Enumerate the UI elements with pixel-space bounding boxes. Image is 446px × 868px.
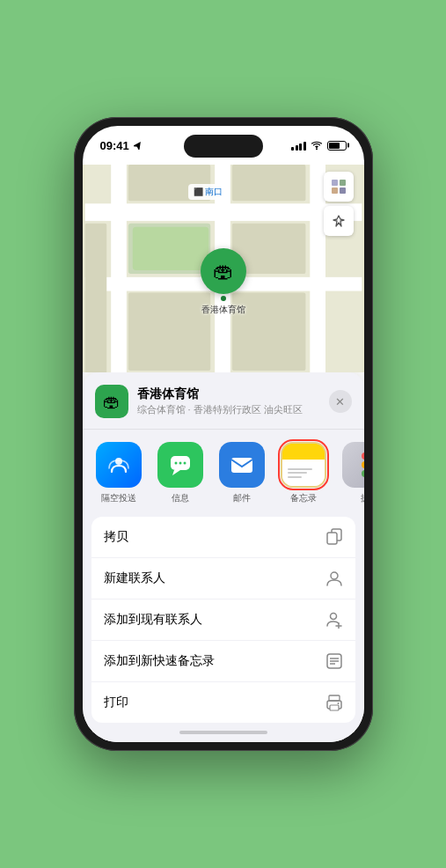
home-bar xyxy=(179,731,267,734)
action-list: 拷贝 新建联系人 添加到现有联系人 xyxy=(91,517,355,723)
svg-rect-19 xyxy=(340,188,346,194)
pin-dot xyxy=(221,296,226,301)
print-icon xyxy=(325,694,343,711)
wifi-icon xyxy=(311,141,323,151)
mail-icon xyxy=(230,453,254,476)
person-icon xyxy=(325,570,343,587)
venue-info-row: 🏟 香港体育馆 综合体育馆 · 香港特别行政区 油尖旺区 ✕ xyxy=(83,385,364,430)
svg-rect-5 xyxy=(111,165,127,372)
action-print[interactable]: 打印 xyxy=(91,682,355,723)
message-icon xyxy=(168,452,193,477)
svg-rect-39 xyxy=(330,705,339,710)
mail-icon-box xyxy=(219,442,265,488)
copy-icon xyxy=(325,528,343,546)
message-icon-box xyxy=(157,442,203,488)
phone-frame: 09:41 xyxy=(74,117,373,751)
venue-icon: 🏟 xyxy=(95,385,128,418)
person-add-icon xyxy=(325,611,343,629)
svg-point-23 xyxy=(174,462,177,465)
svg-point-24 xyxy=(179,462,181,465)
action-quick-note-label: 添加到新快速备忘录 xyxy=(104,653,215,669)
svg-point-25 xyxy=(183,462,186,465)
svg-rect-26 xyxy=(231,458,252,473)
venue-pin[interactable]: 🏟 香港体育馆 xyxy=(201,248,246,316)
pin-label: 香港体育馆 xyxy=(201,304,245,316)
action-add-to-existing-contact[interactable]: 添加到现有联系人 xyxy=(91,600,355,641)
svg-point-40 xyxy=(337,702,339,704)
svg-rect-15 xyxy=(132,227,208,270)
notes-icon-box xyxy=(281,442,326,488)
message-label: 信息 xyxy=(172,492,189,504)
more-label: 提 xyxy=(361,492,364,504)
dynamic-island xyxy=(184,135,263,158)
action-print-label: 打印 xyxy=(104,695,128,710)
airdrop-icon xyxy=(106,452,131,477)
location-icon xyxy=(332,214,346,228)
svg-rect-12 xyxy=(84,224,106,372)
airdrop-label: 隔空投送 xyxy=(101,492,136,504)
action-new-contact-label: 新建联系人 xyxy=(104,570,165,586)
status-time: 09:41 xyxy=(100,139,143,152)
map-area[interactable]: ⬛ 南口 xyxy=(83,165,364,372)
svg-point-29 xyxy=(331,572,338,579)
location-button[interactable] xyxy=(324,206,354,236)
airdrop-icon-box xyxy=(96,442,142,488)
share-message[interactable]: 信息 xyxy=(153,442,208,504)
share-airdrop[interactable]: 隔空投送 xyxy=(91,442,146,504)
venue-text: 香港体育馆 综合体育馆 · 香港特别行政区 油尖旺区 xyxy=(137,386,329,416)
signal-icon xyxy=(291,141,306,151)
map-controls xyxy=(324,172,354,236)
svg-rect-18 xyxy=(332,188,338,194)
close-button[interactable]: ✕ xyxy=(329,390,352,413)
quicknote-icon xyxy=(325,652,343,670)
venue-name: 香港体育馆 xyxy=(137,386,329,402)
share-mail[interactable]: 邮件 xyxy=(215,442,269,504)
svg-rect-28 xyxy=(327,533,337,544)
color-dots xyxy=(362,452,364,477)
map-type-button[interactable] xyxy=(324,172,354,202)
more-icon-box xyxy=(342,442,364,488)
svg-rect-13 xyxy=(128,293,209,371)
action-new-contact[interactable]: 新建联系人 xyxy=(91,558,355,600)
share-notes[interactable]: 备忘录 xyxy=(276,442,331,504)
notes-label: 备忘录 xyxy=(290,492,317,504)
action-copy-label: 拷贝 xyxy=(104,529,128,545)
battery-icon xyxy=(327,141,347,151)
svg-point-30 xyxy=(330,614,336,620)
svg-marker-0 xyxy=(134,141,143,150)
status-icons xyxy=(291,141,347,151)
mail-label: 邮件 xyxy=(233,492,251,504)
svg-rect-10 xyxy=(231,165,305,201)
venue-desc: 综合体育馆 · 香港特别行政区 油尖旺区 xyxy=(137,403,329,416)
action-quick-note[interactable]: 添加到新快速备忘录 xyxy=(91,641,355,682)
phone-screen: 09:41 xyxy=(83,126,364,742)
share-more[interactable]: 提 xyxy=(338,442,364,504)
pin-circle: 🏟 xyxy=(201,248,246,294)
action-copy[interactable]: 拷贝 xyxy=(91,517,355,558)
bottom-sheet: 🏟 香港体育馆 综合体育馆 · 香港特别行政区 油尖旺区 ✕ xyxy=(83,372,364,742)
map-type-icon xyxy=(331,179,347,195)
svg-point-20 xyxy=(115,458,122,465)
svg-rect-16 xyxy=(332,180,338,186)
svg-marker-22 xyxy=(172,470,180,475)
home-indicator xyxy=(83,723,364,742)
location-arrow-icon xyxy=(134,141,143,150)
svg-rect-17 xyxy=(340,180,346,186)
share-icons-row: 隔空投送 信息 xyxy=(83,430,364,517)
map-label: ⬛ 南口 xyxy=(188,184,229,200)
action-add-existing-label: 添加到现有联系人 xyxy=(104,612,202,628)
svg-point-1 xyxy=(316,148,318,150)
svg-rect-37 xyxy=(329,695,340,701)
